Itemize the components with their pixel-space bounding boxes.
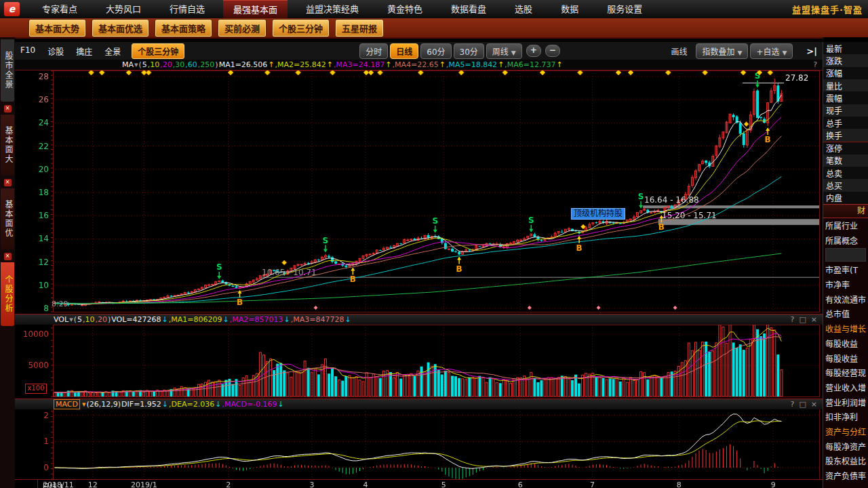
- indic-segment: ▾: [69, 315, 73, 324]
- menu-item[interactable]: 益盟决策经典: [296, 0, 369, 18]
- finance-row[interactable]: 市盈率(T: [823, 262, 868, 277]
- quote-field-label[interactable]: 总卖: [823, 167, 868, 179]
- pane-icon[interactable]: ?: [813, 60, 817, 69]
- sub-toolbar-button[interactable]: 买前必测: [218, 19, 267, 37]
- finance-thumb[interactable]: [823, 247, 868, 262]
- pane-icon[interactable]: ×: [811, 315, 817, 324]
- axis-divider: [37, 480, 38, 488]
- menu-item[interactable]: 最强基本面: [223, 0, 288, 18]
- menu-item[interactable]: 大势风口: [96, 0, 151, 18]
- finance-section-header[interactable]: 收益与增长: [823, 321, 868, 336]
- indic-segment: ↑: [327, 60, 333, 69]
- stock-3min-button[interactable]: 个股三分钟: [132, 43, 184, 59]
- period-tab[interactable]: 周线▼: [486, 43, 522, 59]
- toolbar-link[interactable]: F10: [20, 45, 35, 57]
- left-tab-4[interactable]: 个股分析: [1, 262, 14, 326]
- pane-icon[interactable]: □: [799, 400, 806, 409]
- toolbar-link[interactable]: 诊股: [47, 45, 64, 57]
- quote-field-label[interactable]: 涨跌: [823, 54, 868, 66]
- finance-row[interactable]: 扣非净利: [823, 409, 868, 424]
- finance-row[interactable]: 营业利润增: [823, 394, 868, 409]
- menu-item[interactable]: 服务设置: [597, 0, 652, 18]
- left-tab-1[interactable]: 股市全景: [1, 39, 14, 102]
- menu-item[interactable]: 选股: [505, 0, 542, 18]
- close-tab-icon[interactable]: ×: [4, 179, 12, 186]
- indic-segment: ,MA5=18.842: [446, 60, 497, 69]
- finance-row[interactable]: 每股收益: [823, 336, 868, 351]
- finance-row[interactable]: 每股收益: [823, 350, 868, 365]
- app-logo-icon[interactable]: e: [4, 2, 20, 16]
- finance-row[interactable]: 营业收入增: [823, 380, 868, 395]
- left-tab-2[interactable]: 基本面大: [1, 115, 14, 176]
- finance-panel: 财 所属行业所属概念市盈率(T市净率有效流通市总市值收益与增长每股收益每股收益每…: [823, 204, 868, 488]
- institution-callout[interactable]: 顶级机构持股: [571, 208, 625, 220]
- sub-toolbar-button[interactable]: 五星研报: [335, 19, 384, 37]
- sub-toolbar-button[interactable]: 基本面策略: [155, 19, 212, 37]
- indic-segment: ,MA2=857013: [230, 315, 283, 324]
- left-tab-3[interactable]: 基本面优: [1, 188, 14, 249]
- macd-indicator-bar[interactable]: MACD▾ (26,12,9) DIF=1.952↓ ,DEA=2.036↓ ,…: [15, 399, 823, 409]
- menu-item[interactable]: 行情自选: [159, 0, 215, 18]
- kline-chart-canvas[interactable]: [15, 39, 823, 488]
- ma-indicator-bar[interactable]: MA▾ (5,10,20,30,60,250) MA1=26.506↑ ,MA2…: [15, 60, 823, 70]
- finance-row[interactable]: 所属行业: [823, 218, 868, 233]
- indic-segment: ↓: [344, 315, 351, 324]
- collapse-panel-icon[interactable]: >|: [806, 46, 817, 56]
- quote-field-label[interactable]: 笔数: [823, 155, 868, 167]
- toolbar-link[interactable]: 全景: [104, 45, 121, 57]
- quote-field-label[interactable]: 换手: [823, 129, 868, 141]
- menu-item[interactable]: 黄金特色: [377, 0, 433, 18]
- finance-row[interactable]: 股东权益比: [823, 453, 868, 468]
- close-tab-icon[interactable]: ×: [4, 105, 12, 113]
- menu-item[interactable]: 数据: [551, 0, 589, 18]
- period-tab[interactable]: 日线: [390, 43, 418, 59]
- tool-link[interactable]: 画线: [671, 45, 687, 57]
- period-tab[interactable]: 60分: [420, 43, 451, 59]
- sub-toolbar-button[interactable]: 基本面大势: [28, 19, 86, 37]
- pane-window-icons: ?□×: [791, 315, 817, 324]
- quote-field-label[interactable]: 总买: [823, 179, 868, 191]
- quote-field-label[interactable]: 内盘: [823, 192, 868, 204]
- period-tab[interactable]: 分时: [359, 43, 388, 59]
- indic-segment: ,60: [185, 60, 197, 69]
- finance-row[interactable]: 市净率: [823, 277, 868, 292]
- pane-icon[interactable]: ?: [791, 400, 795, 409]
- pane-icon[interactable]: ?: [791, 315, 795, 324]
- finance-row[interactable]: 资产负债率: [823, 468, 868, 483]
- date-tick: 6: [518, 481, 523, 488]
- quote-field-label[interactable]: 涨幅: [823, 67, 868, 79]
- finance-row[interactable]: 总市值: [823, 306, 868, 321]
- menu-item[interactable]: 数据看盘: [441, 0, 496, 18]
- vol-indicator-bar[interactable]: VOL▾ (5,10,20) VOL=427268↓ ,MA1=806209↓ …: [15, 314, 823, 325]
- finance-row[interactable]: 每股净资产: [823, 439, 868, 453]
- quote-field-label[interactable]: 震幅: [823, 92, 868, 104]
- date-tick: 3: [309, 481, 314, 488]
- finance-row[interactable]: 每股经营现: [823, 365, 868, 380]
- pane-icon[interactable]: ×: [811, 400, 817, 409]
- top-menu-bar: e 专家看点大势风口行情自选最强基本面益盟决策经典黄金特色数据看盘选股数据服务设…: [0, 0, 868, 18]
- finance-row[interactable]: 有效流通市: [823, 291, 868, 306]
- close-tab-icon[interactable]: ×: [4, 253, 12, 260]
- sub-toolbar-button[interactable]: 个股三分钟: [272, 19, 330, 37]
- toolbar-link[interactable]: 擒庄: [76, 45, 92, 57]
- zoom-in-button[interactable]: +: [526, 45, 541, 57]
- tool-pill[interactable]: 指数叠加▼: [696, 43, 748, 59]
- quote-field-label[interactable]: 最新: [823, 42, 868, 54]
- indic-segment: ▾: [134, 60, 138, 69]
- quote-field-label[interactable]: 现手: [823, 104, 868, 117]
- period-tab[interactable]: 30分: [454, 43, 484, 59]
- finance-tab[interactable]: 财: [823, 204, 868, 218]
- date-axis[interactable]: 日线↓ 2018/11122019/123456789: [15, 479, 823, 488]
- quote-field-label[interactable]: 量比: [823, 79, 868, 92]
- quote-field-label[interactable]: 涨停: [823, 142, 868, 155]
- quote-field-label[interactable]: 总手: [823, 117, 868, 129]
- period-tabs: 分时日线60分30分周线▼: [357, 43, 522, 59]
- zoom-out-button[interactable]: −: [545, 45, 560, 57]
- menu-item[interactable]: 专家看点: [32, 0, 87, 18]
- finance-section-header[interactable]: 资产与分红: [823, 424, 868, 439]
- indic-segment: VOL: [54, 315, 68, 324]
- finance-row[interactable]: 所属概念: [823, 233, 868, 248]
- tool-pill[interactable]: +自选▼: [750, 43, 793, 59]
- pane-icon[interactable]: □: [799, 315, 806, 324]
- sub-toolbar-button[interactable]: 基本面优选: [92, 19, 149, 37]
